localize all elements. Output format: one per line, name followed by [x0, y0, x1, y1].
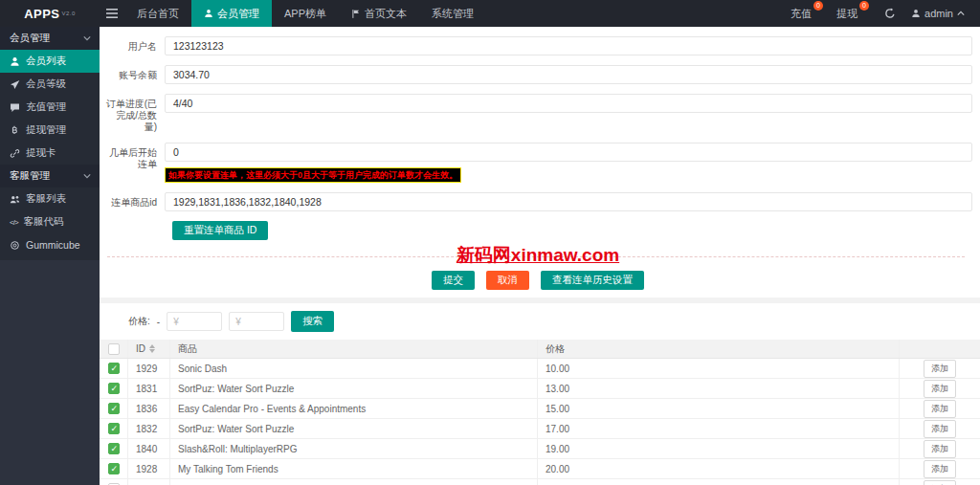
submit-button[interactable]: 提交 [432, 271, 475, 290]
field-control [165, 65, 972, 84]
field-input[interactable] [165, 94, 972, 113]
bitcoin-icon [10, 125, 20, 136]
circle-icon [10, 240, 20, 251]
products-panel: 价格: - 搜索 ID 商品 价格 [100, 303, 980, 485]
row-price-cell: 20.00 [538, 459, 900, 478]
table-row: 1928 My Talking Tom Friends 20.00 添加 [100, 459, 980, 479]
add-button[interactable]: 添加 [924, 360, 956, 378]
refresh-icon[interactable] [884, 8, 896, 19]
row-id-cell: 1836 [128, 399, 170, 418]
view-chain-history-button[interactable]: 查看连单历史设置 [541, 271, 644, 290]
user-menu[interactable]: admin [905, 8, 970, 19]
row-checkbox[interactable] [108, 363, 120, 374]
sidebar-item-label: 会员等级 [26, 77, 66, 91]
person-icon [204, 9, 213, 18]
topbar: APPSV2.0 后台首页 会员管理 APP榜单 首页文本 系统管理 充值 0 … [0, 0, 980, 27]
add-button[interactable]: 添加 [924, 440, 956, 458]
row-price-cell: 24.00 [538, 479, 900, 485]
withdraw-link[interactable]: 提现 0 [829, 7, 865, 21]
nav-item-home-text[interactable]: 首页文本 [339, 0, 419, 27]
nav-item-dashboard[interactable]: 后台首页 [124, 0, 191, 27]
id-header-cell: ID [128, 340, 170, 358]
select-all-checkbox[interactable] [108, 343, 120, 355]
sidebar-item-label: 会员列表 [26, 55, 66, 68]
sidebar-group-label: 客服管理 [10, 169, 50, 183]
sidebar-item-label: 客服代码 [24, 215, 64, 229]
nav-label: 会员管理 [217, 7, 259, 21]
form-row: 几单后开始连单 如果你要设置连单，这里必须大于0且大于等于用户完成的订单数才会生… [103, 143, 972, 183]
sidebar-item-recharge-mgmt[interactable]: 充值管理 [0, 96, 100, 119]
row-checkbox[interactable] [108, 403, 120, 414]
row-checkbox-cell [100, 439, 128, 458]
nav-label: 首页文本 [365, 7, 407, 21]
table-row: 1932 Vector full:parkour run 2 24.00 添加 [100, 479, 980, 485]
sidebar-item-label: 提现卡 [26, 146, 56, 160]
top-nav: 后台首页 会员管理 APP榜单 首页文本 系统管理 [124, 0, 486, 27]
sidebar-group-support-mgmt[interactable]: 客服管理 [0, 165, 100, 187]
add-button[interactable]: 添加 [924, 420, 956, 438]
table-row: 1836 Easy Calendar Pro - Events & Appoin… [100, 399, 980, 419]
sidebar-group-member-mgmt[interactable]: 会员管理 [0, 27, 100, 50]
sidebar-item-withdraw-card[interactable]: 提现卡 [0, 142, 100, 165]
action-header-cell [900, 340, 980, 358]
table-row: 1832 SortPuz: Water Sort Puzzle 17.00 添加 [100, 419, 980, 439]
recharge-badge: 0 [813, 1, 823, 11]
row-price-cell: 13.00 [538, 379, 900, 398]
sidebar-item-gummicube[interactable]: Gummicube [0, 233, 100, 256]
nav-item-members[interactable]: 会员管理 [191, 0, 272, 27]
add-button[interactable]: 添加 [924, 460, 956, 478]
id-header-label: ID [136, 343, 145, 354]
watermark-text: 新码网xinmaw.com [103, 243, 972, 268]
price-header-cell: 价格 [538, 340, 900, 358]
row-product-cell: Vector full:parkour run 2 [170, 479, 538, 485]
menu-toggle-icon[interactable] [100, 0, 124, 27]
field-input[interactable] [165, 65, 972, 84]
field-input[interactable] [165, 143, 972, 162]
chevron-down-icon [83, 35, 91, 41]
row-checkbox[interactable] [108, 463, 120, 474]
app-logo: APPSV2.0 [0, 0, 100, 27]
nav-item-app-ranking[interactable]: APP榜单 [272, 0, 339, 27]
reset-chain-products-button[interactable]: 重置连单商品 ID [172, 221, 268, 240]
sidebar-item-support-code[interactable]: </> 客服代码 [0, 210, 100, 233]
person-icon [911, 9, 921, 18]
code-icon: </> [10, 218, 18, 227]
sidebar-item-withdraw-mgmt[interactable]: 提现管理 [0, 119, 100, 142]
sidebar-item-member-level[interactable]: 会员等级 [0, 73, 100, 96]
row-checkbox[interactable] [108, 443, 120, 454]
sort-icon[interactable] [149, 344, 155, 353]
price-max-input[interactable] [229, 312, 284, 331]
form-row: 连单商品id [103, 192, 972, 211]
row-checkbox-cell [100, 399, 128, 418]
reset-row: 重置连单商品 ID [172, 221, 972, 240]
row-checkbox[interactable] [108, 383, 120, 394]
table-row: 1831 SortPuz: Water Sort Puzzle 13.00 添加 [100, 379, 980, 399]
cancel-button[interactable]: 取消 [486, 271, 529, 290]
recharge-link[interactable]: 充值 0 [783, 7, 819, 21]
field-input[interactable] [165, 36, 972, 55]
price-min-input[interactable] [167, 312, 222, 331]
row-checkbox[interactable] [108, 423, 120, 434]
sidebar-item-member-list[interactable]: 会员列表 [0, 50, 100, 73]
price-range-separator: - [157, 317, 160, 327]
form-row: 账号余额 [103, 65, 972, 84]
price-filter-bar: 价格: - 搜索 [100, 303, 980, 340]
table-row: 1840 Slash&Roll: MultiplayerRPG 19.00 添加 [100, 439, 980, 459]
row-checkbox-cell [100, 419, 128, 438]
add-button[interactable]: 添加 [924, 380, 956, 398]
main-content: 用户名 账号余额 订单进度(已完成/总数量) [100, 27, 980, 485]
nav-label: APP榜单 [284, 7, 326, 21]
sidebar-item-label: 提现管理 [26, 123, 66, 137]
nav-item-system[interactable]: 系统管理 [419, 0, 486, 27]
row-action-cell: 添加 [900, 399, 980, 418]
field-input[interactable] [165, 192, 972, 211]
row-price-cell: 15.00 [538, 399, 900, 418]
username: admin [924, 8, 953, 19]
row-action-cell: 添加 [900, 479, 980, 485]
chevron-up-icon [957, 11, 965, 16]
link-icon [10, 148, 20, 159]
sidebar-item-support-list[interactable]: 客服列表 [0, 187, 100, 210]
search-button[interactable]: 搜索 [291, 311, 334, 332]
add-button[interactable]: 添加 [924, 480, 956, 485]
add-button[interactable]: 添加 [924, 400, 956, 418]
